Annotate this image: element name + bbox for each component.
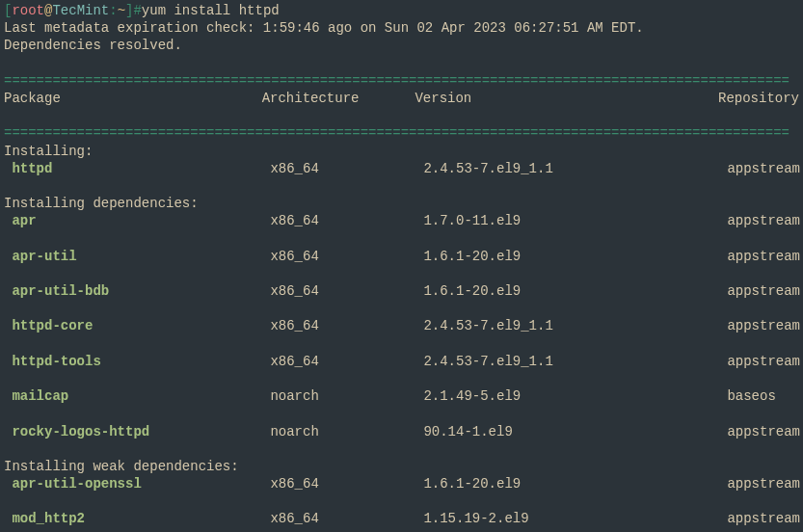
table-row: apr-util-opensslx86_641.6.1-20.el9appstr… <box>4 475 799 492</box>
divider-top: ========================================… <box>4 73 790 89</box>
table-header: PackageArchitectureVersionRepository <box>4 90 799 107</box>
command-input[interactable]: yum install httpd <box>142 3 280 18</box>
table-row: httpd-corex86_642.4.53-7.el9_1.1appstrea… <box>4 317 799 334</box>
table-row: httpdx86_642.4.53-7.el9_1.1appstream <box>4 160 799 177</box>
table-row: mailcapnoarch2.1.49-5.el9baseos <box>4 387 799 405</box>
divider-mid: ========================================… <box>4 125 790 141</box>
table-row: mod_http2x86_641.15.19-2.el9appstream <box>4 510 799 527</box>
metadata-line: Last metadata expiration check: 1:59:46 … <box>4 20 644 36</box>
section-installing: Installing: <box>4 144 93 159</box>
table-row: aprx86_641.7.0-11.el9appstream <box>4 212 799 229</box>
table-row: apr-utilx86_641.6.1-20.el9appstream <box>4 248 799 265</box>
table-row: rocky-logos-httpdnoarch90.14-1.el9appstr… <box>4 423 799 440</box>
prompt-user: root <box>12 3 44 18</box>
table-row: httpd-toolsx86_642.4.53-7.el9_1.1appstre… <box>4 353 799 370</box>
deps-resolved: Dependencies resolved. <box>4 38 182 53</box>
prompt-path: ~ <box>118 3 125 18</box>
section-weak-deps: Installing weak dependencies: <box>4 459 239 474</box>
section-deps: Installing dependencies: <box>4 196 199 211</box>
table-row: apr-util-bdbx86_641.6.1-20.el9appstream <box>4 282 799 300</box>
prompt-host: TecMint <box>52 3 109 18</box>
